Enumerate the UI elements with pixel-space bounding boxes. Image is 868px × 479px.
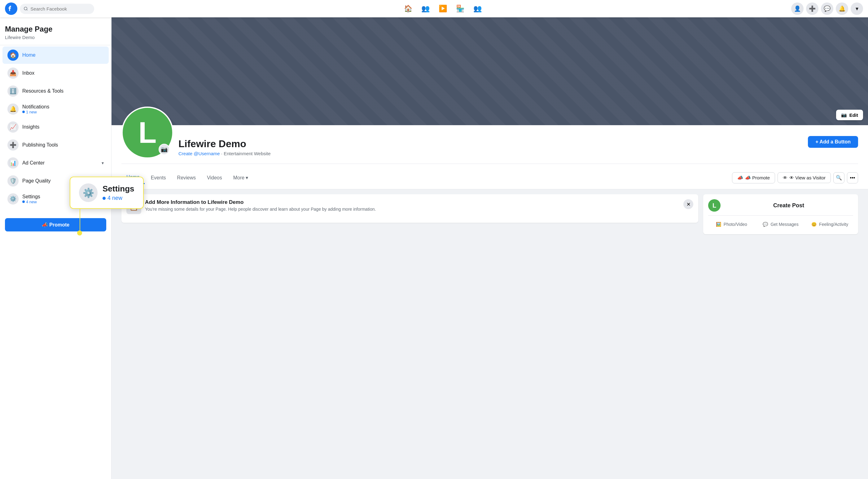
page-navigation: Home Events Reviews Videos More ▾ 📣 📣 P — [121, 169, 858, 184]
sidebar-home-label: Home — [22, 52, 36, 58]
tooltip-badge-dot — [102, 197, 105, 200]
eye-icon: 👁 — [783, 175, 787, 180]
more-options-button[interactable]: ••• — [847, 172, 858, 183]
chart-icon: 📈 — [7, 121, 19, 132]
bell-icon: 🔔 — [7, 103, 19, 115]
profile-section: L 📷 Lifewire Demo Create @Username · Ent… — [112, 125, 868, 189]
profile-meta: Create @Username · Entertainment Website — [179, 151, 803, 156]
profile-info: Lifewire Demo Create @Username · Enterta… — [179, 138, 803, 159]
content-right: L Create Post 🖼️ Photo/Video 💬 Get Messa… — [703, 194, 858, 277]
page-category: Entertainment Website — [224, 151, 271, 156]
home-icon: 🏠 — [7, 50, 19, 61]
sidebar-publishing-label: Publishing Tools — [22, 142, 58, 148]
sidebar-item-publishing[interactable]: ➕ Publishing Tools — [2, 136, 109, 154]
messenger-icon-button[interactable]: 💬 — [821, 2, 833, 15]
profile-top: L 📷 Lifewire Demo Create @Username · Ent… — [121, 125, 858, 164]
settings-badge: 4 new — [22, 200, 40, 204]
sidebar-promote-button[interactable]: 📣 Promote — [5, 218, 106, 232]
gear-icon: ⚙️ — [7, 193, 19, 205]
ad-icon: 📊 — [7, 157, 19, 169]
create-post-header: L Create Post — [708, 199, 853, 212]
publishing-icon: ➕ — [7, 140, 19, 151]
plus-icon-button[interactable]: ➕ — [806, 2, 818, 15]
info-card: 📋 Add More Information to Lifewire Demo … — [121, 194, 698, 223]
page-layout: Manage Page Lifewire Demo 🏠 Home 📥 Inbox… — [0, 17, 868, 479]
chevron-down-icon: ▾ — [246, 175, 248, 181]
profile-avatar: L 📷 — [121, 107, 174, 159]
sidebar-item-adcenter[interactable]: 📊 Ad Center ▾ — [2, 154, 109, 172]
create-username-link[interactable]: Create @Username — [179, 151, 220, 156]
page-nav-actions: 📣 📣 Promote 👁 👁 View as Visitor 🔍 ••• — [732, 172, 858, 183]
sidebar-divider — [0, 45, 111, 45]
create-post-actions: 🖼️ Photo/Video 💬 Get Messages 😊 Feeling/… — [708, 215, 853, 229]
view-as-visitor-button[interactable]: 👁 👁 View as Visitor — [778, 172, 831, 183]
sidebar-resources-label: Resources & Tools — [22, 88, 63, 94]
promote-button[interactable]: 📣 📣 Promote — [732, 172, 775, 183]
svg-point-0 — [24, 7, 27, 10]
camera-icon: 📷 — [841, 112, 847, 118]
sidebar-item-notifications[interactable]: 🔔 Notifications 1 new — [2, 100, 109, 118]
info-card-close-button[interactable]: ✕ — [683, 199, 693, 209]
nav-home-icon[interactable]: 🏠 — [401, 1, 415, 16]
shield-icon: 🛡️ — [7, 175, 19, 186]
tooltip-connector-line — [80, 208, 80, 233]
tooltip-gear-icon: ⚙️ — [79, 183, 98, 202]
chevron-down-icon-button[interactable]: ▾ — [851, 2, 863, 15]
photo-video-button[interactable]: 🖼️ Photo/Video — [708, 219, 755, 229]
nav-video-icon[interactable]: ▶️ — [435, 1, 450, 16]
sidebar-insights-label: Insights — [22, 124, 39, 130]
sidebar: Manage Page Lifewire Demo 🏠 Home 📥 Inbox… — [0, 17, 112, 479]
main-content: 📷 Edit L 📷 Lifewire Demo Create @Usernam… — [112, 17, 868, 479]
tab-reviews[interactable]: Reviews — [172, 171, 201, 184]
content-left: 📋 Add More Information to Lifewire Demo … — [121, 194, 698, 277]
create-post-title: Create Post — [724, 202, 853, 209]
page-name-subtitle: Lifewire Demo — [0, 35, 111, 44]
sidebar-adcenter-label: Ad Center — [22, 160, 98, 166]
info-card-title: Add More Information to Lifewire Demo — [145, 199, 376, 205]
facebook-logo[interactable] — [5, 2, 17, 15]
manage-page-title: Manage Page — [0, 22, 111, 35]
nav-marketplace-icon[interactable]: 🏪 — [453, 1, 467, 16]
avatar-camera-button[interactable]: 📷 — [159, 144, 170, 155]
photo-icon: 🖼️ — [716, 222, 721, 227]
sidebar-inbox-label: Inbox — [22, 70, 34, 76]
svg-line-1 — [27, 9, 28, 10]
notifications-icon-button[interactable]: 🔔 — [836, 2, 848, 15]
feeling-activity-button[interactable]: 😊 Feeling/Activity — [806, 219, 853, 229]
settings-badge-dot — [22, 201, 25, 203]
top-navigation: 🏠 👥 ▶️ 🏪 👥 👤 ➕ 💬 🔔 ▾ — [0, 0, 868, 17]
sidebar-settings-label: Settings — [22, 194, 40, 200]
badge-dot — [22, 111, 25, 113]
profile-icon-button[interactable]: 👤 — [791, 2, 804, 15]
megaphone-icon: 📣 — [737, 175, 743, 181]
emoji-icon: 😊 — [811, 222, 816, 227]
nav-right-buttons: 👤 ➕ 💬 🔔 ▾ — [791, 2, 863, 15]
tab-videos[interactable]: Videos — [202, 171, 227, 184]
sidebar-item-insights[interactable]: 📈 Insights — [2, 118, 109, 136]
notifications-badge: 1 new — [22, 110, 49, 114]
nav-friends-icon[interactable]: 👥 — [418, 1, 433, 16]
tooltip-connector-dot — [77, 231, 82, 236]
profile-name: Lifewire Demo — [179, 138, 803, 150]
sidebar-item-inbox[interactable]: 📥 Inbox — [2, 64, 109, 82]
sidebar-notifications-label: Notifications — [22, 104, 49, 110]
messenger-icon: 💬 — [763, 222, 768, 227]
sidebar-item-home[interactable]: 🏠 Home — [2, 47, 109, 64]
sidebar-item-resources[interactable]: ℹ️ Resources & Tools — [2, 82, 109, 100]
content-area: 📋 Add More Information to Lifewire Demo … — [112, 189, 868, 282]
nav-groups-icon[interactable]: 👥 — [470, 1, 485, 16]
nav-center-icons: 🏠 👥 ▶️ 🏪 👥 — [97, 1, 789, 16]
tooltip-badge: 4 new — [102, 195, 134, 201]
cover-edit-button[interactable]: 📷 Edit — [836, 110, 863, 120]
get-messages-button[interactable]: 💬 Get Messages — [757, 219, 804, 229]
sidebar-pagequality-label: Page Quality — [22, 178, 51, 184]
add-button-cta[interactable]: + Add a Button — [808, 136, 858, 148]
tab-more[interactable]: More ▾ — [228, 171, 253, 184]
info-icon: ℹ️ — [7, 86, 19, 97]
search-bar[interactable] — [20, 4, 94, 14]
search-icon — [24, 6, 28, 11]
search-input[interactable] — [30, 6, 90, 11]
tab-events[interactable]: Events — [146, 171, 171, 184]
search-page-button[interactable]: 🔍 — [833, 172, 844, 183]
settings-tooltip-popup: ⚙️ Settings 4 new — [70, 177, 144, 209]
